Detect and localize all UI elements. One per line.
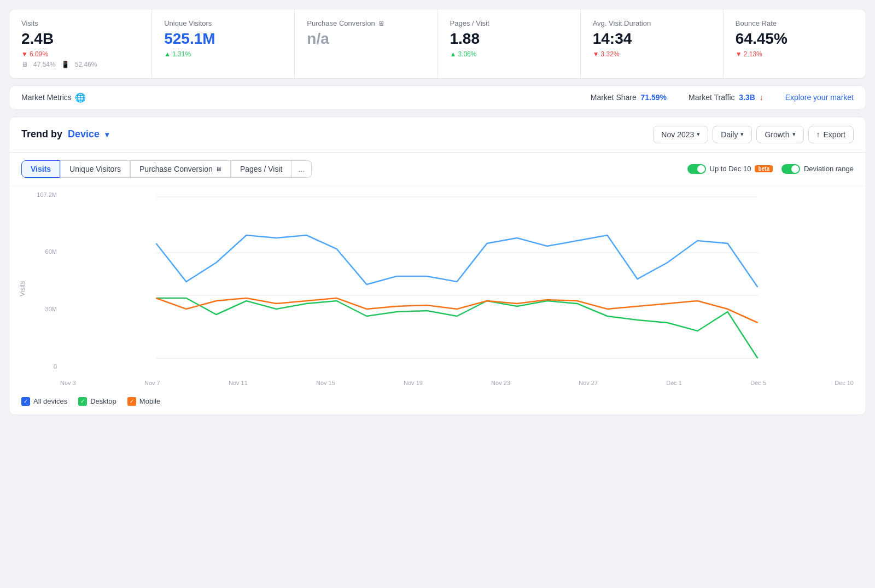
metric-chevron-icon: ▾ <box>792 131 796 138</box>
pages-per-visit-label: Pages / Visit <box>450 19 568 27</box>
date-chevron-icon: ▾ <box>697 131 700 138</box>
avg-visit-duration-metric: Avg. Visit Duration 14:34 ▼ 3.32% <box>581 9 724 78</box>
market-share-label: Market Share <box>591 93 637 102</box>
y-label-60: 60M <box>30 248 60 255</box>
legend-desktop-label: Desktop <box>90 397 116 405</box>
export-button[interactable]: ↑ Export <box>808 126 854 143</box>
chart-inner: 107.2M 60M 30M 0 <box>30 191 854 386</box>
globe-icon: 🌐 <box>75 92 86 103</box>
legend-mobile-label: Mobile <box>139 397 160 405</box>
unique-visitors-change-value: 1.31% <box>172 50 191 58</box>
tab-more-button[interactable]: ... <box>291 160 312 178</box>
device-filter-link[interactable]: Device <box>68 129 100 139</box>
visits-metric: Visits 2.4B ▼ 6.09% 🖥 47.54% 📱 52.46% <box>9 9 152 78</box>
x-label-nov7: Nov 7 <box>144 380 160 386</box>
pages-per-visit-metric: Pages / Visit 1.88 ▲ 3.06% <box>438 9 581 78</box>
frequency-filter-label: Daily <box>721 130 738 139</box>
legend-all-devices-label: All devices <box>33 397 67 405</box>
y-labels: 107.2M 60M 30M 0 <box>30 191 60 370</box>
device-chevron-icon[interactable]: ▾ <box>105 130 109 139</box>
trend-title: Trend by Device ▾ <box>21 129 109 140</box>
mobile-icon: 📱 <box>61 61 69 68</box>
market-traffic-down-arrow: ↓ <box>760 93 763 102</box>
legend-all-devices: ✓ All devices <box>21 397 67 406</box>
x-label-dec10: Dec 10 <box>835 380 854 386</box>
date-filter-label: Nov 2023 <box>661 130 694 139</box>
x-label-nov3: Nov 3 <box>60 380 76 386</box>
unique-visitors-change: ▲ 1.31% <box>164 50 282 58</box>
metrics-card: Visits 2.4B ▼ 6.09% 🖥 47.54% 📱 52.46% Un… <box>9 9 866 79</box>
monitor-small-icon: 🖥 <box>378 20 384 27</box>
x-label-nov27: Nov 27 <box>579 380 598 386</box>
purchase-conversion-label-text: Purchase Conversion <box>307 19 375 27</box>
purchase-conversion-label: Purchase Conversion 🖥 <box>307 19 425 27</box>
y-axis-label: Visits <box>15 191 30 386</box>
tab-visits[interactable]: Visits <box>21 160 60 178</box>
visits-down-arrow: ▼ <box>21 50 28 58</box>
y-label-30: 30M <box>30 306 60 312</box>
pages-per-visit-value: 1.88 <box>450 31 568 48</box>
x-labels: Nov 3 Nov 7 Nov 11 Nov 15 Nov 19 Nov 23 … <box>60 377 854 386</box>
deviation-range-switch[interactable] <box>781 164 800 174</box>
x-label-nov11: Nov 11 <box>229 380 248 386</box>
chart-tabs: Visits Unique Visitors Purchase Conversi… <box>9 153 866 186</box>
unique-visitors-up-arrow: ▲ <box>164 50 171 58</box>
tab-purchase-conversion[interactable]: Purchase Conversion 🖥 <box>130 160 231 178</box>
pages-per-visit-change: ▲ 3.06% <box>450 50 568 58</box>
x-label-nov23: Nov 23 <box>491 380 510 386</box>
up-to-dec10-label: Up to Dec 10 <box>710 165 751 173</box>
tab-toggles: Up to Dec 10 beta Deviation range <box>687 164 854 174</box>
market-label: Market Metrics 🌐 <box>21 92 86 103</box>
bounce-rate-label-text: Bounce Rate <box>736 19 777 27</box>
date-filter-button[interactable]: Nov 2023 ▾ <box>653 126 708 143</box>
purchase-conversion-value: n/a <box>307 31 425 48</box>
market-bar: Market Metrics 🌐 Market Share 71.59% Mar… <box>9 86 866 109</box>
avg-visit-duration-label-text: Avg. Visit Duration <box>593 19 651 27</box>
x-label-dec5: Dec 5 <box>750 380 766 386</box>
market-share-stat: Market Share 71.59% <box>591 93 667 102</box>
export-label: Export <box>824 130 845 139</box>
avg-change-value: 3.32% <box>601 50 620 58</box>
tab-unique-visitors[interactable]: Unique Visitors <box>60 160 130 178</box>
market-share-value: 71.59% <box>641 93 667 102</box>
tab-purchase-conversion-label: Purchase Conversion <box>139 165 213 173</box>
avg-down-arrow: ▼ <box>593 50 599 58</box>
y-label-0: 0 <box>30 363 60 370</box>
x-label-dec1: Dec 1 <box>666 380 682 386</box>
chart-svg <box>60 191 854 377</box>
trend-header: Trend by Device ▾ Nov 2023 ▾ Daily ▾ Gro… <box>9 117 866 153</box>
up-to-dec10-toggle: Up to Dec 10 beta <box>687 164 773 174</box>
legend-mobile-box: ✓ <box>127 397 136 406</box>
bounce-rate-value: 64.45% <box>736 31 854 48</box>
explore-market-link[interactable]: Explore your market <box>785 93 854 102</box>
bounce-change-value: 2.13% <box>744 50 762 58</box>
monitor-icon: 🖥 <box>21 61 28 68</box>
legend-row: ✓ All devices ✓ Desktop ✓ Mobile <box>9 392 866 415</box>
metrics-row: Visits 2.4B ▼ 6.09% 🖥 47.54% 📱 52.46% Un… <box>9 9 866 78</box>
unique-visitors-label-text: Unique Visitors <box>164 19 212 27</box>
x-label-nov19: Nov 19 <box>404 380 423 386</box>
market-label-text: Market Metrics <box>21 93 72 102</box>
metric-filter-button[interactable]: Growth ▾ <box>756 126 803 143</box>
deviation-range-label: Deviation range <box>804 165 854 173</box>
frequency-filter-button[interactable]: Daily ▾ <box>713 126 752 143</box>
market-traffic-label: Market Traffic <box>689 93 735 102</box>
unique-visitors-value: 525.1M <box>164 31 282 48</box>
legend-desktop-box: ✓ <box>78 397 87 406</box>
trend-title-text: Trend by <box>21 129 62 139</box>
pages-up-arrow: ▲ <box>450 50 457 58</box>
avg-visit-duration-value: 14:34 <box>593 31 711 48</box>
bounce-rate-metric: Bounce Rate 64.45% ▼ 2.13% <box>724 9 866 78</box>
x-label-nov15: Nov 15 <box>316 380 335 386</box>
visits-value: 2.4B <box>21 31 139 48</box>
trend-card: Trend by Device ▾ Nov 2023 ▾ Daily ▾ Gro… <box>9 117 866 415</box>
visits-devices: 🖥 47.54% 📱 52.46% <box>21 61 139 68</box>
avg-visit-duration-label: Avg. Visit Duration <box>593 19 711 27</box>
mobile-pct: 52.46% <box>75 61 97 68</box>
tab-pages-per-visit[interactable]: Pages / Visit <box>231 160 292 178</box>
pages-per-visit-label-text: Pages / Visit <box>450 19 489 27</box>
visits-label-text: Visits <box>21 19 38 27</box>
up-to-dec10-switch[interactable] <box>687 164 706 174</box>
bounce-rate-change: ▼ 2.13% <box>736 50 854 58</box>
bounce-rate-label: Bounce Rate <box>736 19 854 27</box>
